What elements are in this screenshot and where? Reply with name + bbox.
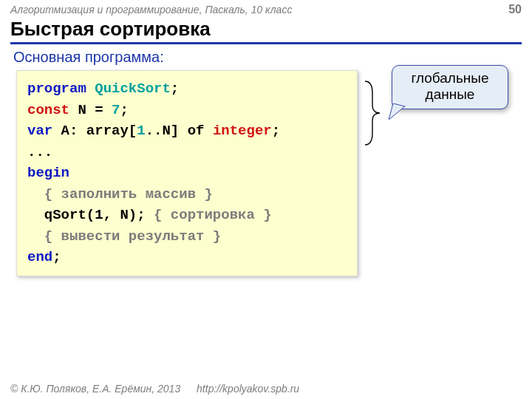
call-qsort: qSort(1, N);	[44, 207, 146, 223]
code-line: program QuickSort;	[27, 78, 347, 100]
footer-url: http://kpolyakov.spb.ru	[197, 383, 299, 395]
program-name: QuickSort	[95, 81, 171, 97]
callout-line: данные	[395, 86, 505, 103]
brace-icon	[362, 80, 384, 146]
course-name: Алгоритмизация и программирование, Паска…	[10, 4, 292, 16]
kw-end: end	[27, 249, 52, 265]
callout-global-data: глобальные данные	[392, 65, 508, 109]
kw-program: program	[27, 81, 86, 97]
comment-sort: { сортировка }	[154, 207, 272, 223]
page-title: Быстрая сортировка	[10, 18, 522, 41]
slide-footer: © К.Ю. Поляков, Е.А. Ерёмин, 2013 http:/…	[0, 380, 532, 399]
code-line: qSort(1, N); { сортировка }	[27, 205, 347, 226]
code-line: var A: array[1..N] of integer;	[27, 120, 347, 142]
comment-output: { вывести результат }	[44, 228, 221, 245]
kw-begin: begin	[27, 165, 69, 181]
code-line: ...	[27, 142, 347, 163]
code-line: end;	[27, 247, 347, 268]
callout-line: глобальные	[395, 70, 505, 86]
kw-const: const	[27, 102, 69, 118]
page-number: 50	[508, 3, 522, 16]
title-underline	[10, 42, 522, 44]
code-line: const N = 7;	[27, 100, 347, 121]
svg-marker-0	[389, 103, 405, 120]
copyright: © К.Ю. Поляков, Е.А. Ерёмин, 2013	[10, 383, 180, 395]
kw-var: var	[27, 123, 52, 139]
code-block: program QuickSort; const N = 7; var A: a…	[16, 70, 358, 276]
code-line: { заполнить массив }	[27, 184, 347, 205]
const-value: 7	[112, 102, 120, 118]
slide-header: Алгоритмизация и программирование, Паска…	[0, 0, 532, 16]
code-line: { вывести результат }	[27, 226, 347, 248]
comment-fill: { заполнить массив }	[44, 186, 213, 202]
type-integer: integer	[213, 123, 272, 139]
code-line: begin	[27, 163, 347, 184]
